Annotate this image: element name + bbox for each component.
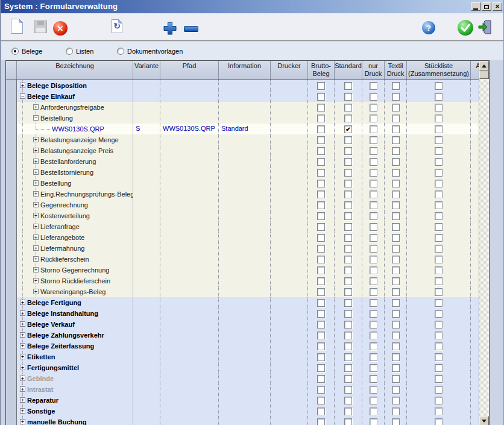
- checkbox-brutto-beleg[interactable]: [317, 310, 325, 318]
- exit-button[interactable]: [477, 19, 492, 35]
- checkbox-brutto-beleg[interactable]: [317, 234, 325, 242]
- radio-selected-icon[interactable]: [11, 48, 19, 55]
- checkbox-stueckliste[interactable]: [435, 397, 443, 405]
- checkbox-brutto-beleg[interactable]: [317, 375, 325, 383]
- expand-icon[interactable]: +: [20, 300, 25, 305]
- table-row[interactable]: −Beistellung: [6, 113, 489, 124]
- table-row[interactable]: +Belastungsanzeige Menge: [6, 134, 489, 145]
- checkbox-stueckliste[interactable]: [435, 299, 443, 307]
- expand-icon[interactable]: +: [33, 245, 39, 251]
- checkbox-stueckliste[interactable]: [435, 104, 443, 112]
- row-selector[interactable]: [6, 308, 17, 319]
- checkbox-stueckliste[interactable]: [435, 82, 443, 90]
- checkbox-stueckliste[interactable]: [435, 180, 443, 187]
- minimize-button[interactable]: [471, 2, 480, 11]
- radio-unselected-icon[interactable]: [117, 48, 124, 55]
- checkbox-stueckliste[interactable]: [435, 190, 443, 198]
- add-button[interactable]: [162, 20, 178, 36]
- checkbox-stueckliste[interactable]: [435, 310, 443, 318]
- checkbox-standard[interactable]: [344, 190, 352, 198]
- radio-unselected-icon[interactable]: [66, 48, 73, 55]
- checkbox-textil-druck[interactable]: [392, 418, 400, 425]
- table-row[interactable]: +Etiketten: [6, 351, 489, 362]
- checkbox-nur-druck[interactable]: [370, 397, 377, 405]
- row-selector[interactable]: [6, 362, 17, 373]
- row-selector[interactable]: [6, 406, 17, 417]
- expand-icon[interactable]: +: [20, 376, 25, 381]
- checkbox-standard[interactable]: [344, 266, 352, 274]
- expand-icon[interactable]: +: [33, 267, 39, 272]
- radio-option-belege[interactable]: Belege: [11, 47, 42, 55]
- checkbox-standard[interactable]: [344, 93, 352, 101]
- checkbox-standard[interactable]: [344, 299, 352, 307]
- table-row[interactable]: +manuelle Buchung: [6, 417, 489, 425]
- table-row[interactable]: +Belege Fertigung: [6, 297, 489, 308]
- row-selector[interactable]: [6, 265, 17, 275]
- checkbox-nur-druck[interactable]: [370, 201, 377, 209]
- table-row[interactable]: +Belege Verkauf: [6, 319, 489, 330]
- checkbox-nur-druck[interactable]: [370, 158, 377, 166]
- checkbox-stueckliste[interactable]: [435, 364, 443, 372]
- checkbox-textil-druck[interactable]: [392, 310, 400, 318]
- checkbox-nur-druck[interactable]: [370, 364, 377, 372]
- checkbox-standard[interactable]: [344, 332, 352, 339]
- row-selector[interactable]: [6, 167, 17, 178]
- row-selector[interactable]: [6, 395, 17, 406]
- expand-icon[interactable]: +: [33, 202, 39, 207]
- checkbox-textil-druck[interactable]: [392, 299, 400, 307]
- table-row[interactable]: +Rücklieferschein: [6, 254, 489, 265]
- checkbox-textil-druck[interactable]: [392, 158, 400, 166]
- checkbox-stueckliste[interactable]: [435, 353, 443, 361]
- checkbox-nur-druck[interactable]: [370, 332, 377, 339]
- table-row[interactable]: +Intrastat: [6, 384, 489, 395]
- checkbox-stueckliste[interactable]: [435, 147, 443, 155]
- checkbox-standard[interactable]: [344, 223, 352, 231]
- table-row[interactable]: −Belege Einkauf: [6, 91, 489, 102]
- checkbox-stueckliste[interactable]: [435, 169, 443, 177]
- checkbox-nur-druck[interactable]: [370, 299, 377, 307]
- checkbox-brutto-beleg[interactable]: [317, 299, 325, 307]
- row-selector[interactable]: [6, 254, 17, 265]
- row-selector[interactable]: [6, 232, 17, 243]
- table-row[interactable]: +Bestellanforderung: [6, 156, 489, 167]
- checkbox-nur-druck[interactable]: [370, 212, 377, 220]
- checkbox-stueckliste[interactable]: [435, 212, 443, 220]
- table-row[interactable]: +Kostenverteilung: [6, 210, 489, 221]
- checkbox-brutto-beleg[interactable]: [317, 277, 325, 285]
- checkbox-textil-druck[interactable]: [392, 408, 400, 415]
- checkbox-textil-druck[interactable]: [392, 234, 400, 242]
- checkbox-standard[interactable]: [344, 82, 352, 90]
- table-row[interactable]: +Belastungsanzeige Preis: [6, 145, 489, 156]
- checkbox-standard[interactable]: [344, 245, 352, 253]
- checkbox-nur-druck[interactable]: [370, 321, 377, 329]
- checkbox-nur-druck[interactable]: [370, 342, 377, 350]
- row-selector[interactable]: [6, 102, 17, 113]
- checkbox-stueckliste[interactable]: [435, 125, 443, 133]
- collapse-icon[interactable]: −: [33, 115, 39, 121]
- checkbox-textil-druck[interactable]: [392, 169, 400, 177]
- checkbox-nur-druck[interactable]: [370, 277, 377, 285]
- table-row[interactable]: +Fertigungsmittel: [6, 362, 489, 373]
- checkbox-textil-druck[interactable]: [392, 288, 400, 296]
- checkbox-textil-druck[interactable]: [392, 104, 400, 112]
- row-selector[interactable]: [6, 178, 17, 189]
- expand-icon[interactable]: +: [33, 191, 39, 197]
- checkbox-textil-druck[interactable]: [392, 277, 400, 285]
- close-button[interactable]: ✕: [493, 2, 502, 11]
- checkbox-stueckliste[interactable]: [435, 158, 443, 166]
- checkbox-standard[interactable]: [344, 397, 352, 405]
- row-selector[interactable]: [6, 91, 17, 102]
- expand-icon[interactable]: +: [33, 278, 39, 283]
- checkbox-nur-druck[interactable]: [370, 104, 377, 112]
- row-selector[interactable]: [6, 210, 17, 221]
- checkbox-nur-druck[interactable]: [370, 353, 377, 361]
- table-row[interactable]: +Liefermahnung: [6, 243, 489, 254]
- checkbox-nur-druck[interactable]: [370, 190, 377, 198]
- table-row[interactable]: +Gegenrechnung: [6, 200, 489, 210]
- checkbox-nur-druck[interactable]: [370, 408, 377, 415]
- row-selector[interactable]: [6, 341, 17, 351]
- row-selector[interactable]: [6, 351, 17, 362]
- checkbox-textil-druck[interactable]: [392, 321, 400, 329]
- checkbox-brutto-beleg[interactable]: [317, 169, 325, 177]
- table-row[interactable]: +Belege Instandhaltung: [6, 308, 489, 319]
